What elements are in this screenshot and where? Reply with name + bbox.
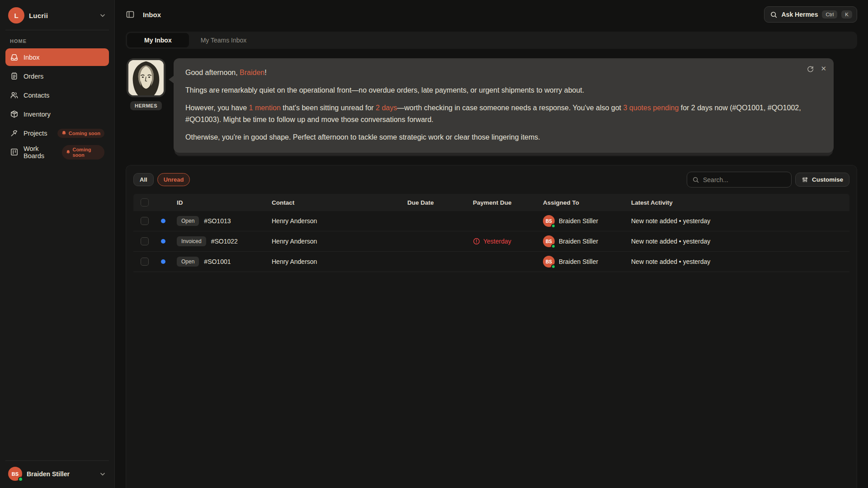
refresh-icon[interactable] [807,65,814,73]
sidebar-item-label: Orders [24,73,43,80]
sidebar-item-label: Work Boards [24,145,57,160]
search-input[interactable] [703,176,786,183]
assignee-name: Braiden Stiller [559,238,598,245]
online-status-dot [551,224,556,228]
inbox-icon [10,53,19,61]
unread-dot [161,239,165,244]
search-icon [770,11,778,19]
status-badge: Open [177,257,199,267]
sidebar-item-label: Contacts [24,92,49,99]
column-header-contact[interactable]: Contact [272,199,407,206]
chevron-down-icon [99,470,106,478]
sidebar-item-orders[interactable]: Orders [5,67,109,85]
ask-hermes-button[interactable]: Ask Hermes Ctrl K [764,6,858,23]
filter-row: All Unread Customise [133,172,849,188]
main-area: Inbox Ask Hermes Ctrl K My Inbox My Team… [115,0,868,488]
table-row[interactable]: Open #SO1013 Henry Anderson BS Braiden S… [133,211,849,231]
hermes-name-badge: HERMES [130,101,162,110]
bell-icon [61,131,66,136]
avatar: BS [543,215,555,227]
close-icon[interactable]: ✕ [821,65,826,73]
latest-activity-cell: New note added • yesterday [631,238,849,245]
status-badge: Invoiced [177,236,206,246]
sliders-icon [802,176,808,183]
brand-name: Lucrii [29,12,48,19]
online-status-dot [18,477,23,482]
orders-icon [10,72,19,80]
status-badge: Open [177,216,199,226]
user-menu[interactable]: BS Braiden Stiller [5,460,109,482]
inbox-list-panel: All Unread Customise ID Contact Due Date… [126,165,857,488]
avatar: BS [543,235,555,247]
row-checkbox[interactable] [141,237,149,245]
quotes-pending-link[interactable]: 3 quotes pending [623,104,679,112]
order-id: #SO1001 [204,258,231,265]
assistant-message-card: ✕ Good afternoon, Braiden! Things are re… [174,58,834,153]
user-name: Braiden Stiller [27,470,70,478]
assignee-cell: BS Braiden Stiller [543,215,631,227]
sidebar-toggle-icon[interactable] [126,10,135,19]
table-row[interactable]: Invoiced #SO1022 Henry Anderson Yesterda… [133,231,849,252]
assistant-greeting-section: HERMES ✕ Good afternoon, Braiden! Things… [115,58,868,153]
online-status-dot [551,244,556,249]
customise-button[interactable]: Customise [795,173,849,187]
sidebar-section-home: HOME [10,38,104,44]
topbar: Inbox Ask Hermes Ctrl K [115,0,868,29]
ctrl-key-badge: Ctrl [822,10,837,19]
sidebar: L Lucrii HOME Inbox Orders Contacts Inve… [0,0,115,488]
sidebar-item-label: Projects [24,130,47,137]
filter-all-button[interactable]: All [133,173,154,186]
greeting-line: Good afternoon, Braiden! [185,67,822,79]
coming-soon-badge: Coming soon [62,145,104,160]
tab-my-inbox[interactable]: My Inbox [127,33,189,47]
assignee-cell: BS Braiden Stiller [543,256,631,267]
search-box[interactable] [687,172,792,188]
workspace-switcher[interactable]: L Lucrii [5,5,109,30]
search-icon [692,176,699,183]
days-highlight: 2 days [376,104,397,112]
sidebar-item-work-boards[interactable]: Work Boards Coming soon [5,143,109,161]
avatar: BS [8,467,22,481]
order-id: #SO1013 [204,217,231,225]
tab-my-teams-inbox[interactable]: My Teams Inbox [189,33,259,47]
sidebar-item-inventory[interactable]: Inventory [5,105,109,123]
column-header-assigned-to[interactable]: Assigned To [543,199,631,206]
sidebar-item-inbox[interactable]: Inbox [5,48,109,66]
select-all-checkbox[interactable] [141,198,149,206]
row-checkbox[interactable] [141,217,149,225]
payment-due-cell: Yesterday [473,238,543,245]
filter-unread-button[interactable]: Unread [157,173,190,186]
table-row[interactable]: Open #SO1001 Henry Anderson BS Braiden S… [133,252,849,272]
assistant-paragraph: Things are remarkably quiet on the opera… [185,84,822,96]
assignee-name: Braiden Stiller [559,217,598,225]
column-header-latest-activity[interactable]: Latest Activity [631,199,849,206]
table-header: ID Contact Due Date Payment Due Assigned… [133,194,849,211]
mention-link[interactable]: 1 mention [249,104,281,112]
assistant-paragraph: Otherwise, you're in good shape. Perfect… [185,131,822,143]
row-checkbox[interactable] [141,258,149,266]
assignee-cell: BS Braiden Stiller [543,235,631,247]
contact-cell: Henry Anderson [272,238,407,245]
avatar: BS [543,256,555,267]
assistant-identity: HERMES [126,58,166,110]
column-header-id[interactable]: ID [177,199,272,206]
column-header-payment-due[interactable]: Payment Due [473,199,543,206]
sidebar-item-contacts[interactable]: Contacts [5,86,109,104]
unread-dot [161,219,165,223]
coming-soon-badge: Coming soon [57,129,104,138]
contacts-icon [10,91,19,99]
warning-icon [473,238,480,245]
latest-activity-cell: New note added • yesterday [631,217,849,225]
unread-dot [161,259,165,264]
board-icon [10,148,19,156]
sidebar-item-projects[interactable]: Projects Coming soon [5,124,109,142]
brand-logo: L [8,7,24,23]
greeting-user-name: Braiden [240,69,264,76]
ask-hermes-label: Ask Hermes [782,11,818,18]
online-status-dot [551,264,556,269]
contact-cell: Henry Anderson [272,217,407,225]
column-header-due-date[interactable]: Due Date [407,199,473,206]
assistant-paragraph: However, you have 1 mention that's been … [185,102,822,126]
page-title: Inbox [143,11,161,19]
sidebar-item-label: Inventory [24,111,51,118]
